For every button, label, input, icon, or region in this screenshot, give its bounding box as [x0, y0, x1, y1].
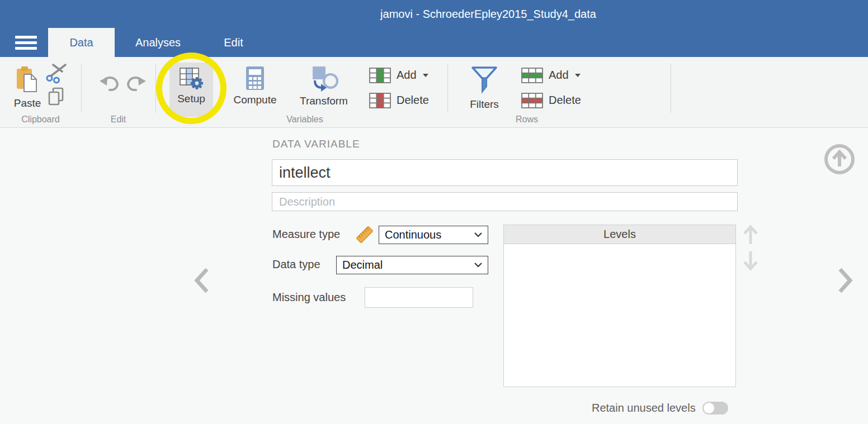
title-bar: jamovi - SchroederEpley2015_Study4_data	[0, 0, 868, 28]
move-level-down-button[interactable]	[742, 250, 760, 273]
missing-values-label: Missing values	[272, 291, 346, 304]
cut-scissors-icon	[46, 64, 67, 84]
add-variable-label: Add	[397, 69, 417, 82]
group-separator	[155, 64, 156, 113]
delete-variable-label: Delete	[397, 94, 429, 107]
filters-button[interactable]: Filters	[463, 63, 506, 117]
retain-unused-levels-row: Retain unused levels	[592, 402, 728, 415]
chevron-left-icon	[193, 266, 210, 294]
measure-type-select[interactable]: Continuous	[379, 226, 488, 244]
undo-icon	[99, 75, 121, 94]
filters-funnel-icon	[471, 66, 498, 95]
setup-grid-gear-icon	[180, 66, 203, 89]
paste-icon	[16, 66, 39, 94]
delete-variable-button[interactable]: Delete	[369, 92, 429, 108]
compute-calculator-icon	[244, 66, 266, 90]
tab-data[interactable]: Data	[48, 28, 115, 57]
compute-button[interactable]: Compute	[230, 63, 280, 117]
data-type-label: Data type	[272, 258, 320, 271]
rows-group-label: Rows	[454, 115, 600, 125]
data-variable-heading: DATA VARIABLE	[272, 138, 360, 150]
delete-row-icon	[521, 93, 543, 108]
variable-description-input[interactable]	[272, 192, 738, 211]
delete-row-label: Delete	[549, 94, 581, 107]
hamburger-menu-button[interactable]	[8, 28, 43, 57]
chevron-down-icon	[474, 232, 482, 237]
levels-header: Levels	[504, 225, 735, 244]
delete-variable-icon	[369, 93, 391, 108]
transform-button[interactable]: Transform	[293, 63, 355, 117]
edit-group-label: Edit	[81, 115, 155, 125]
circled-arrow-up-icon	[823, 143, 856, 175]
levels-list[interactable]	[504, 244, 735, 387]
caret-down-icon	[422, 73, 429, 78]
setup-label: Setup	[177, 93, 205, 105]
variables-group-label: Variables	[162, 115, 447, 125]
group-separator	[447, 64, 448, 113]
add-variable-icon	[369, 68, 391, 83]
copy-icon	[48, 87, 64, 106]
toggle-knob	[704, 403, 714, 413]
add-row-label: Add	[549, 69, 569, 82]
caret-down-icon	[574, 73, 581, 78]
next-variable-button[interactable]	[837, 266, 854, 296]
chevron-down-icon	[474, 263, 482, 268]
missing-values-input[interactable]	[365, 287, 473, 308]
collapse-editor-button[interactable]	[823, 143, 856, 177]
tab-analyses[interactable]: Analyses	[115, 28, 201, 57]
move-level-up-button[interactable]	[742, 224, 760, 247]
transform-label: Transform	[300, 95, 348, 107]
window-title: jamovi - SchroederEpley2015_Study4_data	[108, 0, 868, 28]
arrow-up-icon	[742, 224, 760, 245]
redo-button[interactable]	[124, 75, 147, 96]
copy-button[interactable]	[48, 87, 64, 108]
redo-icon	[124, 75, 147, 94]
clipboard-group-label: Clipboard	[0, 115, 81, 125]
add-variable-button[interactable]: Add	[369, 67, 429, 83]
add-row-button[interactable]: Add	[521, 67, 581, 83]
retain-unused-levels-label: Retain unused levels	[592, 402, 696, 415]
ribbon-toolbar: Paste Clipboard Edit	[0, 57, 868, 128]
continuous-ruler-icon	[356, 226, 374, 244]
setup-button[interactable]: Setup	[169, 63, 213, 117]
data-type-value: Decimal	[337, 259, 474, 271]
transform-icon	[309, 66, 339, 92]
retain-unused-levels-toggle[interactable]	[702, 402, 728, 415]
paste-label: Paste	[14, 97, 41, 109]
cut-button[interactable]	[46, 64, 67, 86]
previous-variable-button[interactable]	[193, 266, 210, 296]
measure-type-label: Measure type	[272, 228, 340, 241]
add-row-icon	[521, 68, 543, 83]
group-separator	[81, 64, 82, 113]
chevron-right-icon	[837, 266, 854, 294]
undo-button[interactable]	[99, 75, 121, 96]
arrow-down-icon	[742, 250, 760, 271]
data-type-select[interactable]: Decimal	[336, 256, 488, 274]
measure-type-value: Continuous	[379, 228, 474, 241]
filters-label: Filters	[470, 98, 499, 111]
paste-button[interactable]: Paste	[9, 63, 46, 109]
levels-panel: Levels	[503, 225, 736, 387]
compute-label: Compute	[233, 94, 276, 106]
tab-edit[interactable]: Edit	[204, 28, 263, 57]
variable-name-input[interactable]	[272, 159, 738, 186]
tab-bar: Data Analyses Edit	[0, 28, 868, 57]
group-separator	[671, 64, 671, 113]
hamburger-icon	[15, 36, 37, 39]
delete-row-button[interactable]: Delete	[521, 92, 581, 108]
